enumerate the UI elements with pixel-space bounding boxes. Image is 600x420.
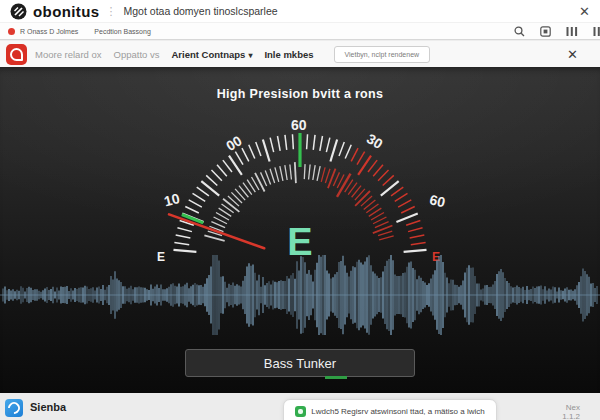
notification-toast[interactable]: Lwdch5 Regisrv atswinsoni ttad, a mätiso…	[283, 399, 497, 420]
record-app-icon[interactable]	[6, 44, 27, 65]
nav-item-oppatto[interactable]: Oppatto vs	[114, 49, 160, 60]
brand-separator: ⋮	[106, 5, 117, 18]
mode-active-indicator	[325, 376, 347, 379]
gauge-label: 00	[223, 132, 245, 154]
menu-icon-group	[514, 26, 596, 37]
nav-item-arient-label: Arient Contnaps	[171, 49, 245, 60]
toolbar-action-button[interactable]: Vietbyn, nclpt rendenew	[334, 46, 431, 63]
taskbar-app-icon[interactable]	[5, 399, 23, 417]
gauge-label: 60	[291, 117, 307, 133]
gauge-label: 30	[364, 130, 386, 152]
recording-dot-icon	[8, 28, 15, 35]
record-ring-icon	[10, 48, 23, 61]
toolbar: Moore relard ox Oppatto vs Arient Contna…	[0, 41, 600, 67]
taskbar-app-name: Sienba	[30, 401, 66, 413]
menu-bar: R Onass D Jolmes Pecdtion Bassong	[0, 23, 600, 40]
window-subtitle: Mgot otaa domyen tinoslcsparlee	[124, 5, 278, 17]
title-bar: obonitus ⋮ Mgot otaa domyen tinoslcsparl…	[0, 0, 600, 23]
gauge-label: 10	[162, 190, 181, 209]
menu-item-secondary[interactable]: Pecdtion Bassong	[94, 28, 150, 35]
window-close-icon[interactable]: ✕	[579, 5, 590, 18]
chevron-down-icon: ▾	[248, 51, 252, 60]
search-icon[interactable]	[514, 26, 525, 37]
menu-item-recording[interactable]: R Onass D Jolmes	[20, 28, 78, 35]
detected-note: E	[287, 221, 312, 263]
version-label: Nex	[562, 403, 580, 412]
app-glyph-icon	[6, 400, 23, 417]
audio-waveform	[0, 255, 600, 335]
nav-item-arient[interactable]: Arient Contnaps▾	[171, 49, 252, 60]
success-icon	[295, 406, 306, 417]
stop-frame-icon[interactable]	[540, 26, 551, 37]
version-number: 1.1.2	[562, 412, 580, 420]
nav-item-moore[interactable]: Moore relard ox	[35, 49, 102, 60]
gauge-label: 60	[428, 191, 447, 210]
app-window: obonitus ⋮ Mgot otaa domyen tinoslcsparl…	[0, 0, 600, 420]
toolbar-close-icon[interactable]: ✕	[567, 48, 578, 61]
columns-partial-icon[interactable]	[593, 26, 600, 37]
columns-icon[interactable]	[566, 26, 578, 37]
brand-title: obonitus	[33, 3, 100, 20]
bass-tuner-button[interactable]: Bass Tunker	[185, 349, 415, 377]
app-logo-icon	[10, 3, 27, 20]
tuner-gauge: E1000603060EE	[0, 67, 600, 393]
success-dot-icon	[298, 409, 303, 414]
gauge-label: E	[157, 250, 165, 264]
notification-text: Lwdch5 Regisrv atswinsoni ttad, a mätiso…	[311, 407, 484, 416]
tuner-stage: High Presision bvitt a rons E1000603060E…	[0, 67, 600, 393]
nav-item-inle[interactable]: Inle mkbes	[264, 49, 313, 60]
version-info: Nex 1.1.2	[562, 403, 580, 420]
taskbar: Sienba Lwdch5 Regisrv atswinsoni ttad, a…	[0, 393, 600, 420]
